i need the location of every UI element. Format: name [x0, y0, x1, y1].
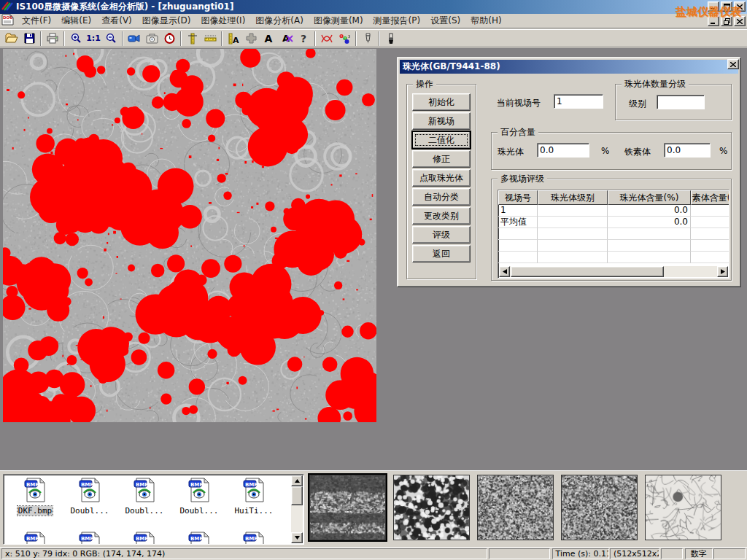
change-class-button[interactable]: 更改类别: [412, 207, 471, 225]
binarize-button[interactable]: 二值化: [412, 131, 471, 149]
camera-button[interactable]: [143, 31, 160, 47]
file-item[interactable]: BMP: [174, 532, 225, 545]
menu-image-process[interactable]: 图像处理(I): [196, 13, 250, 28]
mdi-close-button[interactable]: [734, 16, 746, 26]
merge-button[interactable]: [242, 31, 260, 47]
svg-text:3: 3: [348, 34, 350, 39]
bmp-file-icon: BMP: [187, 478, 212, 502]
current-field-input[interactable]: [554, 94, 603, 109]
table-row[interactable]: 1 0.0: [498, 205, 729, 217]
file-item[interactable]: BMP: [228, 532, 279, 545]
help-button[interactable]: ?: [295, 31, 312, 47]
operations-legend: 操作: [413, 79, 436, 89]
curve-tool-button[interactable]: [318, 31, 336, 47]
initialize-button[interactable]: 初始化: [412, 93, 471, 111]
save-button[interactable]: [20, 31, 38, 47]
table-row[interactable]: [498, 252, 729, 263]
menu-report[interactable]: 测量报告(P): [368, 13, 426, 28]
print-button[interactable]: [44, 31, 61, 47]
ferrite-percent-input[interactable]: [664, 143, 711, 158]
thumbnail-image[interactable]: [309, 475, 386, 540]
vertical-ruler-button[interactable]: [184, 31, 201, 47]
menu-image-measure[interactable]: 图像测量(M): [309, 13, 368, 28]
pick-pen-button[interactable]: [359, 31, 376, 47]
scroll-right-button[interactable]: [717, 266, 728, 277]
actual-size-button[interactable]: 1:1: [85, 31, 102, 47]
zoom-in-button[interactable]: [67, 31, 85, 47]
multi-field-group: 多视场评级 视场号 珠光体级别 珠光体含量(%) 铁素体含量(%) 1 0.0: [491, 179, 732, 281]
svg-text:BMP: BMP: [190, 482, 203, 488]
dialog-close-button[interactable]: [727, 59, 739, 69]
table-row[interactable]: [498, 240, 729, 252]
classify-points-button[interactable]: 123: [336, 31, 353, 47]
scroll-up-button[interactable]: [291, 475, 303, 486]
grade-field-label: 级别: [629, 98, 646, 110]
thumbnail-image[interactable]: [561, 475, 638, 540]
text-label-button[interactable]: A: [260, 31, 277, 47]
table-row[interactable]: [498, 228, 729, 240]
toolbar-separator: [122, 31, 123, 46]
rate-button[interactable]: 评级: [412, 226, 471, 244]
timer-button[interactable]: [160, 31, 178, 47]
return-button[interactable]: 返回: [412, 245, 471, 262]
file-item[interactable]: BMP Doubl...: [119, 478, 170, 516]
scroll-thumb[interactable]: [291, 486, 303, 505]
auto-classify-button[interactable]: 自动分类: [412, 188, 471, 206]
thumbnail-image[interactable]: [393, 475, 470, 540]
menu-file[interactable]: 文件(F): [17, 13, 56, 28]
dialog-title: 珠光体(GB/T9441-88): [403, 61, 500, 73]
file-item[interactable]: BMP: [64, 532, 115, 545]
document-icon[interactable]: DOC: [1, 14, 14, 28]
menu-view[interactable]: 查看(V): [96, 13, 137, 28]
horizontal-ruler-button[interactable]: [201, 31, 219, 47]
menu-help[interactable]: 帮助(H): [465, 13, 506, 28]
file-item[interactable]: BMP DKF.bmp: [9, 478, 61, 516]
bmp-file-icon: BMP: [241, 478, 266, 502]
file-item[interactable]: BMP HuiTi...: [228, 478, 279, 516]
video-camera-button[interactable]: [125, 31, 143, 47]
file-item[interactable]: BMP Doubl...: [64, 478, 115, 516]
delete-text-button[interactable]: A: [277, 31, 295, 47]
maximize-button[interactable]: [721, 1, 732, 12]
scroll-down-button[interactable]: [291, 532, 303, 543]
grade-input[interactable]: [657, 95, 705, 109]
menu-image-display[interactable]: 图像显示(D): [137, 13, 196, 28]
file-item[interactable]: BMP Doubl...: [174, 478, 225, 516]
col-pearlite-content[interactable]: 珠光体含量(%): [608, 190, 691, 205]
dialog-title-bar[interactable]: 珠光体(GB/T9441-88): [400, 60, 738, 74]
table-h-scrollbar[interactable]: [499, 266, 728, 277]
file-list-scrollbar[interactable]: [291, 475, 303, 543]
file-item[interactable]: BMP: [9, 532, 61, 545]
col-pearlite-grade[interactable]: 珠光体级别: [538, 190, 608, 205]
thumbnail-image[interactable]: [645, 475, 721, 540]
mdi-restore-button[interactable]: [721, 16, 732, 26]
close-button[interactable]: [734, 1, 746, 12]
table-row[interactable]: 平均值 0.0: [498, 217, 729, 228]
percent-legend: 百分含量: [498, 127, 538, 137]
mdi-minimize-button[interactable]: [708, 16, 719, 26]
menu-image-analysis[interactable]: 图像分析(A): [250, 13, 309, 28]
brush-button[interactable]: [382, 31, 400, 47]
col-ferrite-content[interactable]: 铁素体含量(%): [691, 190, 729, 205]
file-item[interactable]: BMP: [119, 532, 170, 545]
correct-button[interactable]: 修正: [412, 150, 471, 168]
minimize-button[interactable]: [708, 1, 719, 12]
thumbnail-image[interactable]: [477, 475, 554, 540]
pick-pearlite-button[interactable]: 点取珠光体: [412, 169, 471, 187]
menu-edit[interactable]: 编辑(E): [56, 13, 96, 28]
ruler-label-button[interactable]: A: [225, 31, 242, 47]
svg-text:2: 2: [344, 36, 347, 40]
scroll-thumb[interactable]: [511, 266, 664, 277]
zoom-out-button[interactable]: [102, 31, 120, 47]
scroll-left-button[interactable]: [499, 266, 510, 277]
col-field-no[interactable]: 视场号: [498, 190, 538, 205]
pearlite-percent-input[interactable]: [537, 143, 589, 158]
open-file-button[interactable]: [3, 31, 20, 47]
new-field-button[interactable]: 新视场: [412, 112, 471, 130]
svg-text:BMP: BMP: [136, 536, 148, 542]
micrograph-image[interactable]: [3, 49, 376, 422]
status-time: Time (s): 0.113: [552, 548, 609, 559]
menu-settings[interactable]: 设置(S): [425, 13, 465, 28]
file-name: HuiTi...: [234, 506, 274, 516]
status-position: x: 510 y: 79 idx: 0 RGB: (174, 174, 174): [1, 548, 487, 559]
